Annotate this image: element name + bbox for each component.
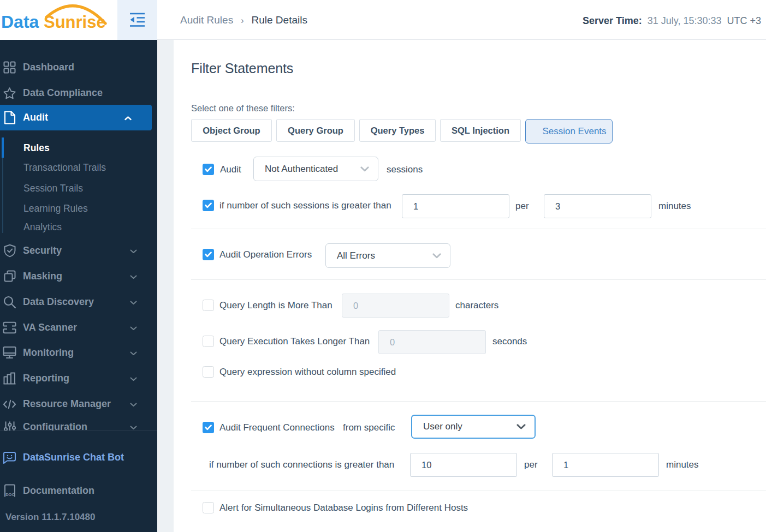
svg-text:Sunrise: Sunrise xyxy=(44,13,106,32)
svg-text:DOC: DOC xyxy=(5,492,15,497)
svg-text:Data: Data xyxy=(1,12,39,32)
